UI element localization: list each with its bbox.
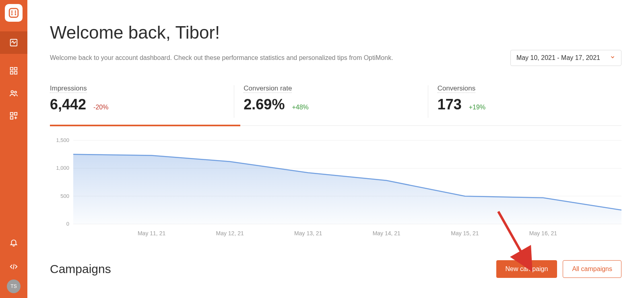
stat-value: 2.69% xyxy=(244,96,285,113)
svg-rect-9 xyxy=(14,68,17,70)
svg-point-5 xyxy=(11,14,12,15)
sidebar-item-dashboard[interactable] xyxy=(0,31,27,54)
svg-point-2 xyxy=(15,10,16,12)
stat-value: 173 xyxy=(438,96,462,113)
svg-text:May 16, 21: May 16, 21 xyxy=(529,230,557,236)
stat-tab-conversion-rate[interactable]: Conversion rate 2.69% +48% xyxy=(234,84,427,126)
all-campaigns-button[interactable]: All campaigns xyxy=(563,260,621,278)
svg-text:May 12, 21: May 12, 21 xyxy=(216,230,244,236)
svg-text:May 11, 21: May 11, 21 xyxy=(138,230,165,236)
sidebar-item-templates[interactable] xyxy=(0,105,27,127)
svg-rect-14 xyxy=(10,113,13,115)
date-range-picker[interactable]: May 10, 2021 - May 17, 2021 xyxy=(510,50,621,66)
svg-rect-11 xyxy=(14,72,17,74)
svg-rect-10 xyxy=(10,72,13,74)
impressions-chart: 05001,0001,500 May 11, 21May 12, 21May 1… xyxy=(50,137,621,238)
svg-point-4 xyxy=(15,12,16,13)
svg-rect-8 xyxy=(10,68,13,70)
svg-text:1,000: 1,000 xyxy=(56,165,69,171)
stat-value: 6,442 xyxy=(50,96,86,113)
svg-text:May 14, 21: May 14, 21 xyxy=(373,230,400,236)
avatar[interactable]: TS xyxy=(7,280,21,293)
stat-label: Conversions xyxy=(438,84,476,93)
sidebar-item-code[interactable] xyxy=(0,255,27,278)
sidebar: TS xyxy=(0,0,27,298)
stat-tab-conversions[interactable]: Conversions 173 +19% xyxy=(428,84,621,126)
grid-plus-icon xyxy=(9,111,18,120)
stat-tab-impressions[interactable]: Impressions 6,442 -20% xyxy=(50,84,234,126)
stat-delta: +19% xyxy=(469,104,485,111)
svg-text:0: 0 xyxy=(66,221,69,227)
stat-delta: -20% xyxy=(93,104,108,111)
users-icon xyxy=(9,89,18,98)
campaigns-heading: Campaigns xyxy=(50,262,111,276)
active-tab-indicator xyxy=(50,125,240,126)
sidebar-item-campaigns[interactable] xyxy=(0,60,27,82)
stat-delta: +48% xyxy=(292,104,308,111)
main-content: Welcome back, Tibor! Welcome back to you… xyxy=(27,0,644,298)
code-icon xyxy=(9,262,18,271)
svg-point-1 xyxy=(11,10,12,12)
stats-tabs: Impressions 6,442 -20% Conversion rate 2… xyxy=(50,84,621,126)
page-title: Welcome back, Tibor! xyxy=(50,23,621,43)
svg-rect-16 xyxy=(10,117,13,119)
svg-point-3 xyxy=(11,12,12,13)
svg-text:May 15, 21: May 15, 21 xyxy=(451,230,479,236)
new-campaign-button[interactable]: New campaign xyxy=(496,260,557,278)
svg-point-6 xyxy=(15,14,16,15)
grid-icon xyxy=(9,66,18,75)
date-range-value: May 10, 2021 - May 17, 2021 xyxy=(516,54,600,62)
svg-point-12 xyxy=(11,90,13,93)
brand-logo-icon xyxy=(8,8,19,18)
svg-text:1,500: 1,500 xyxy=(56,137,69,143)
svg-line-19 xyxy=(13,264,14,269)
chevron-down-icon xyxy=(610,54,615,62)
svg-text:500: 500 xyxy=(60,193,69,199)
svg-point-13 xyxy=(14,91,17,93)
brand-logo[interactable] xyxy=(5,4,23,22)
stat-label: Impressions xyxy=(50,84,87,93)
avatar-initials: TS xyxy=(10,284,17,289)
activity-icon xyxy=(9,38,18,47)
svg-text:May 13, 21: May 13, 21 xyxy=(294,230,322,236)
svg-rect-15 xyxy=(14,113,17,115)
stat-label: Conversion rate xyxy=(244,84,292,93)
page-subtitle: Welcome back to your account dashboard. … xyxy=(50,54,393,62)
svg-rect-0 xyxy=(9,8,18,17)
bell-icon xyxy=(9,238,18,247)
sidebar-item-audience[interactable] xyxy=(0,82,27,105)
sidebar-item-notifications[interactable] xyxy=(0,231,27,254)
